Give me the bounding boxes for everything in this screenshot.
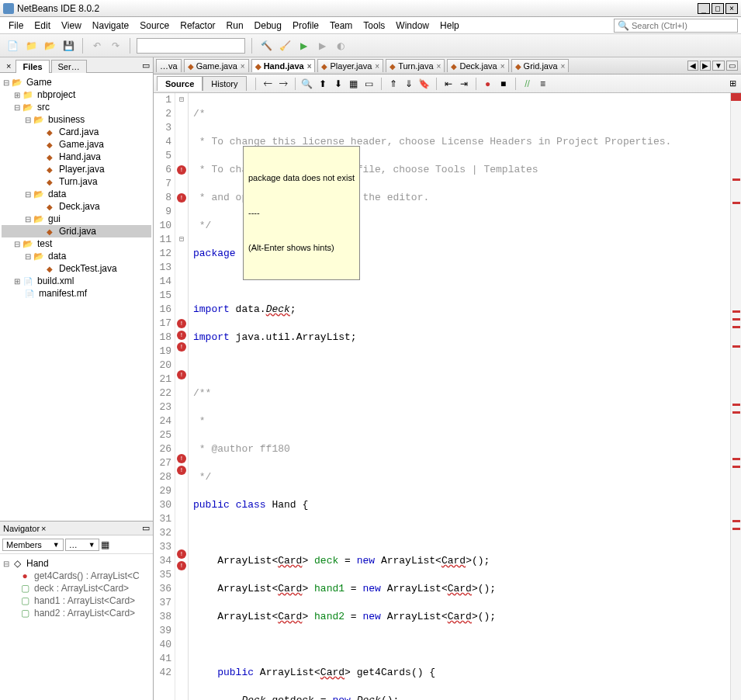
clean-build-icon[interactable]: 🧹 xyxy=(277,38,293,54)
error-icon[interactable]: ! xyxy=(177,466,186,475)
nav-member[interactable]: deck : ArrayList<Card> xyxy=(33,583,130,594)
find-selection-icon[interactable]: 🔍 xyxy=(301,78,313,90)
tree-file[interactable]: Turn.java xyxy=(57,176,99,187)
toggle-rect-icon[interactable]: ▭ xyxy=(363,78,376,90)
undo-icon[interactable]: ↶ xyxy=(89,38,105,54)
nav-member[interactable]: hand1 : ArrayList<Card> xyxy=(33,595,137,606)
tree-test-data[interactable]: data xyxy=(47,251,68,262)
maximize-button[interactable]: □ xyxy=(712,3,724,14)
editor-tab[interactable]: ◆Player.java× xyxy=(317,59,383,72)
menu-refactor[interactable]: Refactor xyxy=(175,20,220,31)
tree-file[interactable]: Game.java xyxy=(57,139,106,150)
tree-src[interactable]: src xyxy=(36,102,51,113)
editor-tab[interactable]: ◆Grid.java× xyxy=(511,59,570,72)
macro-stop-icon[interactable]: ■ xyxy=(497,78,510,90)
error-icon[interactable]: ! xyxy=(177,319,186,328)
error-icon[interactable]: ! xyxy=(177,331,186,340)
error-icon[interactable]: ! xyxy=(177,454,186,463)
menu-team[interactable]: Team xyxy=(324,20,358,31)
editor-tab[interactable]: …va xyxy=(156,59,182,72)
error-icon[interactable]: ! xyxy=(177,165,186,175)
build-icon[interactable]: 🔨 xyxy=(258,38,274,54)
shift-left-icon[interactable]: ⇤ xyxy=(442,78,455,90)
glyph-margin[interactable]: ⊟ ! ! ⊟ ! ! ! ! ! ! ! ! xyxy=(175,93,188,700)
tree-business[interactable]: business xyxy=(47,114,86,125)
forward-icon[interactable]: 🡒 xyxy=(277,78,289,90)
find-prev-icon[interactable]: ⬆ xyxy=(317,78,329,90)
error-icon[interactable]: ! xyxy=(177,370,186,379)
menu-debug[interactable]: Debug xyxy=(249,20,287,31)
minimize-icon[interactable]: ▭ xyxy=(142,523,150,533)
error-icon[interactable]: ! xyxy=(177,193,186,203)
minimize-button[interactable]: _ xyxy=(698,3,710,14)
close-tab-icon[interactable]: × xyxy=(375,62,379,71)
tree-buildxml[interactable]: build.xml xyxy=(36,275,75,286)
nav-member[interactable]: hand2 : ArrayList<Card> xyxy=(33,608,137,619)
new-file-icon[interactable]: 📄 xyxy=(5,38,20,54)
prev-bookmark-icon[interactable]: ⇑ xyxy=(387,78,400,90)
tree-test[interactable]: test xyxy=(36,238,54,249)
open-project-icon[interactable]: 📂 xyxy=(42,38,57,54)
nav-member[interactable]: get4Cards() : ArrayList<C xyxy=(33,570,141,581)
back-icon[interactable]: 🡐 xyxy=(261,78,274,90)
panel-minimize-icon[interactable]: ▭ xyxy=(139,59,153,72)
config-combo[interactable] xyxy=(137,38,245,54)
error-stripe[interactable] xyxy=(730,93,741,700)
tree-file[interactable]: Deck.java xyxy=(57,201,102,212)
panel-close-icon[interactable]: × xyxy=(3,60,14,72)
close-button[interactable]: × xyxy=(725,3,738,14)
menu-profile[interactable]: Profile xyxy=(287,20,324,31)
close-tab-icon[interactable]: × xyxy=(307,62,312,71)
toggle-highlight-icon[interactable]: ▦ xyxy=(348,78,360,90)
close-tab-icon[interactable]: × xyxy=(437,62,441,71)
tree-file[interactable]: Grid.java xyxy=(57,226,98,237)
search-box[interactable]: 🔍 xyxy=(614,19,738,33)
menu-file[interactable]: File xyxy=(3,20,29,31)
tree-file[interactable]: DeckTest.java xyxy=(57,263,119,274)
redo-icon[interactable]: ↷ xyxy=(108,38,123,54)
toggle-bookmark-icon[interactable]: 🔖 xyxy=(418,78,431,90)
tree-root[interactable]: Game xyxy=(25,77,54,88)
search-input[interactable] xyxy=(632,21,734,30)
find-next-icon[interactable]: ⬇ xyxy=(332,78,345,90)
close-tab-icon[interactable]: × xyxy=(500,62,505,71)
menu-view[interactable]: View xyxy=(56,20,87,31)
menu-source[interactable]: Source xyxy=(134,20,175,31)
shift-right-icon[interactable]: ⇥ xyxy=(458,78,470,90)
project-tree[interactable]: ⊟Game ⊞nbproject ⊟src ⊟business Card.jav… xyxy=(0,73,153,521)
dropdown-icon[interactable]: ▼ xyxy=(712,61,725,71)
tree-nbproject[interactable]: nbproject xyxy=(36,89,77,100)
tree-gui[interactable]: gui xyxy=(47,213,62,224)
view-icon[interactable]: ▦ xyxy=(101,539,109,550)
tree-data[interactable]: data xyxy=(47,189,68,199)
run-icon[interactable]: ▶ xyxy=(296,38,311,54)
menu-window[interactable]: Window xyxy=(390,20,435,31)
scroll-left-icon[interactable]: ◀ xyxy=(687,61,698,71)
source-tab[interactable]: Source xyxy=(157,76,203,91)
error-icon[interactable]: ! xyxy=(177,561,186,570)
close-tab-icon[interactable]: × xyxy=(561,62,566,71)
macro-record-icon[interactable]: ● xyxy=(482,78,494,90)
history-tab[interactable]: History xyxy=(203,76,246,91)
editor-tab-active[interactable]: ◆Hand.java× xyxy=(251,59,316,72)
tree-file[interactable]: Hand.java xyxy=(57,151,102,162)
menu-help[interactable]: Help xyxy=(435,20,465,31)
members-combo[interactable]: Members▼ xyxy=(2,539,64,551)
tab-files[interactable]: Files xyxy=(16,60,49,73)
error-icon[interactable]: ! xyxy=(177,342,186,352)
close-icon[interactable]: × xyxy=(41,524,46,533)
error-icon[interactable]: ! xyxy=(177,549,186,559)
menu-navigate[interactable]: Navigate xyxy=(87,20,134,31)
editor-tab[interactable]: ◆Game.java× xyxy=(184,59,249,72)
new-project-icon[interactable]: 📁 xyxy=(23,38,39,54)
save-all-icon[interactable]: 💾 xyxy=(61,38,76,54)
maximize-icon[interactable]: ▭ xyxy=(726,61,738,71)
menu-run[interactable]: Run xyxy=(221,20,249,31)
debug-icon[interactable]: ▶ xyxy=(314,38,330,54)
nav-class[interactable]: Hand xyxy=(25,558,50,569)
split-icon[interactable]: ⊞ xyxy=(729,78,741,88)
tree-file[interactable]: Player.java xyxy=(57,164,106,175)
uncomment-icon[interactable]: ≡ xyxy=(537,78,549,90)
scroll-right-icon[interactable]: ▶ xyxy=(700,61,711,71)
next-bookmark-icon[interactable]: ⇓ xyxy=(403,78,415,90)
